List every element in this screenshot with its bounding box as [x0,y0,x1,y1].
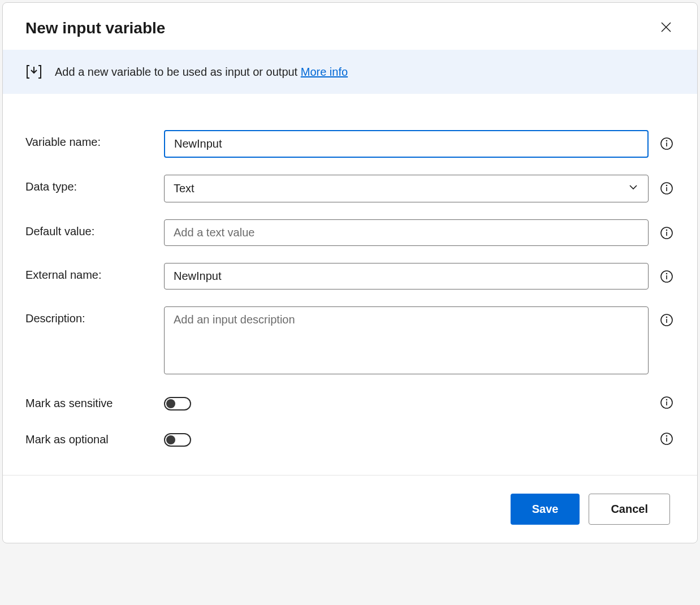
label-data-type: Data type: [25,175,164,193]
info-icon[interactable] [659,225,675,241]
banner-text: Add a new variable to be used as input o… [55,66,301,78]
svg-point-14 [667,274,667,274]
row-data-type: Data type: Text [25,175,675,202]
new-input-variable-dialog: New input variable Add a new variable to… [2,2,698,543]
data-type-value: Text [174,182,195,195]
info-icon[interactable] [659,431,675,447]
row-variable-name: Variable name: [25,130,675,158]
info-banner: Add a new variable to be used as input o… [3,50,697,94]
info-icon[interactable] [659,395,675,410]
svg-point-17 [667,317,667,318]
cancel-button[interactable]: Cancel [589,494,670,525]
row-description: Description: [25,306,675,374]
label-variable-name: Variable name: [25,130,164,149]
close-button[interactable] [658,19,675,37]
label-mark-sensitive: Mark as sensitive [25,391,164,410]
info-icon[interactable] [659,136,675,152]
default-value-input[interactable] [164,219,649,246]
svg-point-8 [667,185,667,186]
row-default-value: Default value: [25,219,675,246]
chevron-down-icon [628,182,639,196]
row-external-name: External name: [25,263,675,289]
svg-point-5 [667,141,667,141]
description-input[interactable] [164,306,649,374]
info-icon[interactable] [659,180,675,196]
dialog-title: New input variable [25,19,165,37]
dialog-footer: Save Cancel [3,475,697,543]
close-icon [660,27,672,35]
form-body: Variable name: Data type: Text [3,94,697,475]
info-icon[interactable] [659,312,675,328]
mark-optional-toggle[interactable] [164,433,191,447]
svg-point-23 [667,436,667,437]
banner-text-wrap: Add a new variable to be used as input o… [55,66,348,79]
label-description: Description: [25,306,164,325]
data-type-select[interactable]: Text [164,175,649,202]
more-info-link[interactable]: More info [301,66,348,78]
info-icon[interactable] [659,269,675,284]
label-external-name: External name: [25,263,164,282]
svg-point-11 [667,230,667,231]
dialog-header: New input variable [3,3,697,50]
save-button[interactable]: Save [511,494,580,525]
label-default-value: Default value: [25,219,164,238]
row-mark-optional: Mark as optional [25,427,675,447]
variable-name-input[interactable] [164,130,649,158]
row-mark-sensitive: Mark as sensitive [25,391,675,410]
external-name-input[interactable] [164,263,649,289]
label-mark-optional: Mark as optional [25,427,164,446]
mark-sensitive-toggle[interactable] [164,397,191,410]
svg-point-20 [667,400,667,400]
input-variable-icon [25,63,42,80]
